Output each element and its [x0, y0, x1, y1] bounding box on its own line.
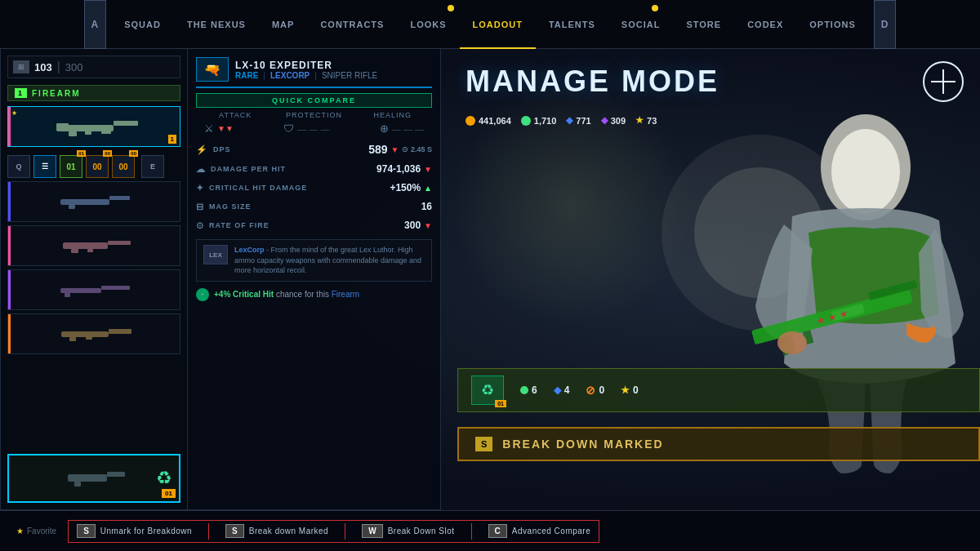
breakdown-recycle-btn[interactable]: ♻ 01 — [471, 375, 504, 405]
currency-dot-gold — [466, 116, 475, 126]
quick-actions: Q ☰ 01 01 00 00 00 00 E — [7, 155, 180, 178]
xp-max: 300 — [65, 61, 83, 73]
xp-divider: | — [57, 60, 60, 74]
nav-nexus[interactable]: THE NEXUS — [174, 0, 259, 49]
favorite-label: ★ Favorite — [16, 527, 56, 535]
star-favorite-icon: ★ — [16, 527, 24, 535]
dps-arrow: ▼ — [391, 145, 399, 154]
svg-rect-13 — [60, 288, 101, 293]
svg-rect-6 — [60, 199, 109, 205]
weapon-slot-1[interactable]: ★ 1 — [7, 106, 180, 147]
rarity-bar-pink-3 — [8, 226, 11, 265]
bonus-check-icon: + — [196, 288, 209, 301]
stat-mag-row: ⊟ MAG SIZE 16 — [196, 199, 432, 214]
rof-icon: ⊙ — [196, 220, 204, 231]
svg-rect-9 — [63, 242, 108, 249]
svg-rect-11 — [71, 249, 78, 253]
crit-value: +150% — [390, 182, 421, 193]
qa-00-2[interactable]: 00 — [112, 155, 135, 178]
qc-col-protection: PROTECTION — [274, 111, 353, 119]
recycle-icon: ♻ — [156, 468, 172, 489]
weapon-slot-5[interactable] — [7, 313, 180, 354]
weapon-type: SNIPER RIFLE — [322, 71, 377, 80]
qa-00-1[interactable]: 00 — [86, 155, 109, 178]
weapon-brand: LEXCORP — [270, 71, 310, 80]
qc-shield-icon: 🛡 — [283, 122, 294, 135]
qa-q[interactable]: Q — [7, 155, 30, 178]
weapon-slot-4[interactable] — [7, 269, 180, 310]
breakdown-slot[interactable]: ♻ 01 — [7, 454, 180, 503]
weapon-name: LX-10 EXPEDITER — [235, 60, 377, 71]
weapon-icon: 🔫 — [196, 57, 229, 82]
rarity-bar-orange-5 — [8, 314, 11, 353]
qc-sword-icon: ⚔ — [204, 122, 214, 135]
bottom-key-c: C — [488, 524, 507, 538]
firearm-label: 1 FIREARM — [7, 85, 180, 101]
nav-squad[interactable]: SQUAD — [111, 0, 174, 49]
nav-key-d[interactable]: D — [874, 0, 897, 49]
firearm-slot-num: 1 — [15, 88, 27, 98]
lexcorp-desc: LexCorp - From the mind of the great Lex… — [234, 245, 425, 276]
rarity-bar-pink — [8, 107, 11, 146]
damage-label: DAMAGE PER HIT — [211, 165, 286, 173]
damage-icon: ☁ — [196, 164, 206, 175]
weapon-image-2 — [56, 189, 138, 214]
bottom-action-unmark[interactable]: S Unmark for Breakdown — [77, 524, 192, 538]
weapon-slot-3[interactable] — [7, 225, 180, 266]
break-down-btn[interactable]: S BREAK DOWN MARKED — [457, 427, 980, 461]
svg-rect-16 — [61, 331, 109, 337]
nav-map[interactable]: MAP — [259, 0, 307, 49]
main-content: ⊞ 103 | 300 1 FIREARM ★ — [0, 49, 980, 510]
firearm-text: FIREARM — [32, 89, 81, 98]
nav-loadout[interactable]: LOADOUT — [460, 0, 536, 49]
svg-rect-18 — [69, 337, 76, 341]
qa-01[interactable]: 01 — [60, 155, 82, 178]
currency-blue-value: 771 — [576, 116, 590, 126]
crit-label: CRITICAL HIT DAMAGE — [209, 184, 307, 192]
lexcorp-brand: LexCorp — [234, 246, 265, 254]
res-yellow-value: 0 — [633, 384, 639, 396]
breakdown-resources-bar: ♻ 01 6 ◆ 4 ⊘ 0 ★ 0 — [457, 368, 980, 412]
currency-gold-value: 441,064 — [479, 116, 511, 126]
bottom-action-breakdown[interactable]: S Break down Marked — [225, 524, 328, 538]
rof-label: RATE OF FIRE — [209, 221, 270, 229]
nav-social[interactable]: SOCIAL — [608, 0, 674, 49]
qc-down-arrows: ▼▼ — [217, 124, 234, 133]
bottom-action-compare[interactable]: C Advanced Compare — [488, 524, 591, 538]
rarity-divider: | — [263, 71, 265, 80]
weapon-stats-panel: 🔫 LX-10 EXPEDITER RARE | LEXCORP | SNIPE… — [188, 49, 441, 510]
mag-value: 16 — [421, 201, 432, 212]
weapon-image-4 — [56, 278, 138, 302]
qa-list[interactable]: ☰ — [33, 155, 56, 178]
nav-talents[interactable]: TALENTS — [536, 0, 608, 49]
qa-e[interactable]: E — [141, 155, 164, 178]
manage-title: MANAGE MODE — [466, 64, 719, 99]
left-panel: ⊞ 103 | 300 1 FIREARM ★ — [0, 49, 188, 510]
brand-divider: | — [314, 71, 317, 80]
qc-protect-dashes: — — — — [297, 124, 329, 134]
rarity-bar-purple-4 — [8, 270, 11, 309]
breakdown-weapon-image — [65, 462, 130, 495]
res-item-orange: ⊘ 0 — [586, 384, 604, 397]
qc-cols-row: ATTACK PROTECTION HEALING — [196, 111, 432, 119]
res-dot-green — [520, 386, 528, 394]
bottom-action-slot[interactable]: W Break Down Slot — [362, 524, 454, 538]
qa-badge-00-1: 00 — [103, 150, 112, 157]
weapon-image-5 — [56, 322, 138, 346]
bottom-label-compare: Advanced Compare — [512, 527, 590, 535]
svg-rect-8 — [69, 205, 75, 209]
bottom-key-w: W — [362, 524, 382, 538]
breakdown-resources-area: ♻ 01 6 ◆ 4 ⊘ 0 ★ 0 — [457, 368, 980, 412]
bottom-label-breakdown: Break down Marked — [249, 527, 328, 535]
xp-value: 103 — [34, 61, 52, 73]
bottom-key-s-1: S — [77, 524, 96, 538]
nav-looks[interactable]: LOOKS — [397, 0, 459, 49]
nav-key-a[interactable]: A — [84, 0, 107, 49]
weapon-slot-2[interactable] — [7, 181, 180, 222]
currency-green-value: 1,710 — [534, 116, 557, 126]
nav-codex[interactable]: CODEX — [734, 0, 796, 49]
weapon-image-1 — [52, 113, 142, 141]
nav-contracts[interactable]: CONTRACTS — [307, 0, 397, 49]
nav-store[interactable]: STORE — [673, 0, 734, 49]
nav-options[interactable]: OPTIONS — [796, 0, 869, 49]
